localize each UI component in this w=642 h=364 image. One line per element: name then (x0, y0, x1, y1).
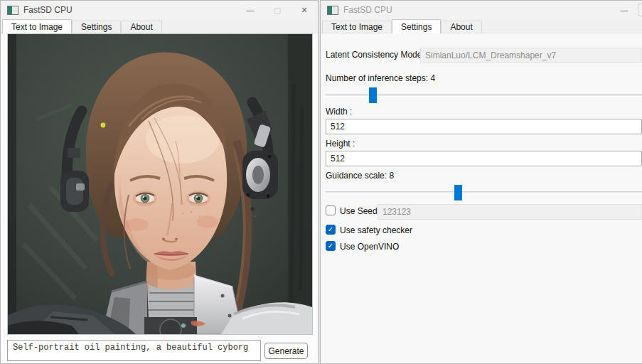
guidance-slider-track[interactable] (326, 191, 642, 194)
steps-slider-thumb[interactable] (369, 87, 377, 103)
tab-bar: Text to Image Settings About (321, 19, 642, 33)
prompt-input[interactable] (7, 340, 261, 361)
checkmark-icon: ✓ (328, 226, 333, 233)
safety-checker-checkbox[interactable]: ✓ (326, 225, 336, 235)
use-seed-checkbox[interactable] (326, 205, 336, 215)
openvino-checkbox[interactable]: ✓ (326, 241, 336, 251)
generated-image (7, 33, 313, 335)
maximize-button[interactable]: ▢ (264, 1, 291, 19)
tab-text-to-image[interactable]: Text to Image (2, 19, 72, 33)
tab-text-to-image[interactable]: Text to Image (322, 21, 392, 33)
steps-slider[interactable] (326, 87, 642, 103)
tab-about[interactable]: About (121, 21, 161, 33)
window-settings: FastSD CPU — ✕ Text to Image Settings Ab… (320, 0, 642, 364)
settings-panel: Latent Consistency Model: Number of infe… (321, 33, 642, 364)
titlebar[interactable]: FastSD CPU — ▢ ✕ (1, 1, 318, 19)
window-controls: — ✕ (611, 1, 642, 19)
maximize-button[interactable] (638, 4, 642, 16)
window-controls: — ▢ ✕ (237, 1, 318, 19)
minimize-button[interactable]: — (237, 1, 264, 19)
width-input[interactable] (326, 119, 642, 134)
guidance-label: Guidance scale: 8 (326, 171, 394, 181)
generate-button[interactable]: Generate (264, 343, 308, 359)
tab-settings[interactable]: Settings (392, 19, 441, 33)
window-text-to-image: FastSD CPU — ▢ ✕ Text to Image Settings … (0, 0, 319, 364)
guidance-slider-thumb[interactable] (454, 185, 462, 200)
cyborg-portrait-art (8, 34, 312, 334)
app-icon (327, 6, 338, 15)
use-seed-label: Use Seed (340, 206, 378, 216)
steps-label: Number of inference steps: 4 (326, 73, 435, 83)
guidance-slider[interactable] (326, 185, 642, 200)
safety-checker-label: Use safety checker (340, 225, 412, 235)
window-title: FastSD CPU (343, 5, 392, 15)
height-label: Height : (326, 139, 355, 149)
minimize-button[interactable]: — (611, 1, 638, 19)
width-label: Width : (326, 107, 352, 117)
tab-bar: Text to Image Settings About (1, 19, 318, 33)
tab-about[interactable]: About (441, 21, 481, 33)
app-icon (7, 6, 18, 15)
model-label: Latent Consistency Model: (326, 50, 426, 60)
height-input[interactable] (326, 151, 642, 166)
openvino-label: Use OpenVINO (340, 242, 399, 252)
seed-input[interactable] (378, 204, 642, 220)
tab-settings[interactable]: Settings (72, 21, 121, 33)
text-to-image-panel: Generate (1, 33, 318, 364)
checkmark-icon: ✓ (328, 242, 333, 250)
model-field (420, 48, 642, 63)
titlebar[interactable]: FastSD CPU — ✕ (321, 1, 642, 19)
window-title: FastSD CPU (23, 5, 73, 15)
close-button[interactable]: ✕ (291, 1, 318, 19)
